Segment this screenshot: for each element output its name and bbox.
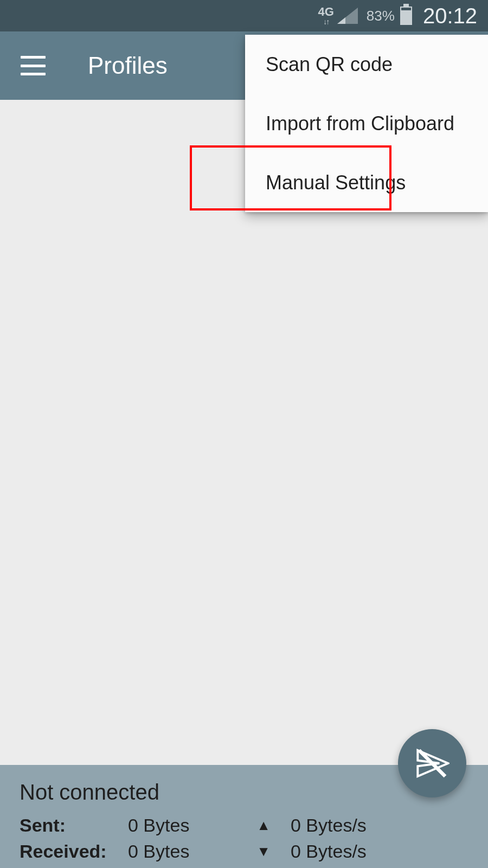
- menu-item-scan-qr[interactable]: Scan QR code: [245, 35, 488, 94]
- down-arrow-icon: ▼: [236, 843, 291, 860]
- received-rate: 0 Bytes/s: [291, 841, 468, 862]
- battery-icon: [400, 7, 412, 25]
- sent-rate: 0 Bytes/s: [291, 815, 468, 836]
- page-title: Profiles: [88, 52, 168, 79]
- connect-fab[interactable]: [398, 729, 466, 797]
- up-arrow-icon: ▲: [236, 817, 291, 834]
- signal-icon: [337, 8, 358, 24]
- menu-item-label: Manual Settings: [266, 171, 406, 194]
- menu-item-import-clipboard[interactable]: Import from Clipboard: [245, 94, 488, 153]
- battery-percentage: 83%: [367, 8, 395, 24]
- menu-item-label: Import from Clipboard: [266, 112, 454, 135]
- clock: 20:12: [423, 4, 477, 28]
- sent-value: 0 Bytes: [128, 815, 236, 836]
- network-label: 4G: [318, 6, 333, 18]
- received-label: Received:: [20, 841, 128, 862]
- status-bar: 4G ↓↑ 83% 20:12: [0, 0, 488, 31]
- menu-item-label: Scan QR code: [266, 53, 393, 76]
- received-value: 0 Bytes: [128, 841, 236, 862]
- hamburger-menu-icon[interactable]: [21, 56, 46, 75]
- paper-plane-off-icon: [415, 746, 450, 781]
- connection-status: Not connected: [20, 780, 468, 805]
- network-arrows-icon: ↓↑: [323, 18, 329, 25]
- sent-row: Sent: 0 Bytes ▲ 0 Bytes/s: [20, 812, 468, 838]
- sent-label: Sent:: [20, 815, 128, 836]
- svg-line-0: [419, 750, 445, 776]
- menu-item-manual-settings[interactable]: Manual Settings: [245, 153, 488, 212]
- network-4g-icon: 4G ↓↑: [318, 6, 333, 25]
- received-row: Received: 0 Bytes ▼ 0 Bytes/s: [20, 838, 468, 864]
- add-profile-menu: Scan QR code Import from Clipboard Manua…: [245, 35, 488, 212]
